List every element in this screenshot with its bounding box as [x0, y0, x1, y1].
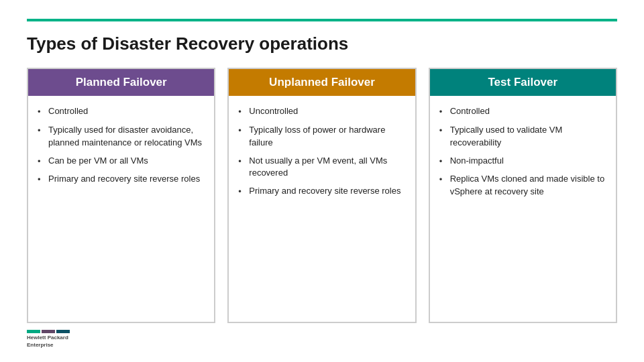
card-unplanned: Unplanned Failover•Uncontrolled•Typicall…: [227, 68, 416, 323]
footer: Hewlett Packard Enterprise: [27, 330, 617, 349]
bullet-text-planned-2: Can be per VM or all VMs: [48, 155, 148, 168]
hpe-logo-text: Hewlett Packard Enterprise: [27, 335, 70, 349]
bullet-text-test-3: Replica VMs cloned and made visible to v…: [450, 173, 606, 198]
bullet-text-planned-0: Controlled: [48, 105, 88, 118]
bullet-dot-test-2: •: [439, 156, 446, 168]
bullet-text-unplanned-2: Not usually a per VM event, all VMs reco…: [249, 155, 405, 180]
bullet-planned-3: •Primary and recovery site reverse roles: [38, 173, 205, 186]
card-body-test: •Controlled•Typically used to validate V…: [430, 96, 616, 322]
card-header-test: Test Failover: [430, 69, 616, 96]
hpe-logo: Hewlett Packard Enterprise: [27, 330, 70, 349]
hpe-bar-green: [27, 330, 40, 333]
bullet-dot-unplanned-2: •: [238, 156, 245, 168]
card-test: Test Failover•Controlled•Typically used …: [429, 68, 617, 323]
bullet-unplanned-1: •Typically loss of power or hardware fai…: [238, 124, 405, 149]
bullet-dot-unplanned-0: •: [238, 106, 245, 119]
bullet-text-unplanned-0: Uncontrolled: [249, 105, 298, 118]
page-title: Types of Disaster Recovery operations: [27, 34, 617, 54]
bullet-test-0: •Controlled: [439, 105, 606, 119]
hpe-bar-blue: [56, 330, 70, 333]
bullet-text-test-1: Typically used to validate VM recoverabi…: [450, 124, 606, 149]
bullet-planned-0: •Controlled: [38, 105, 205, 119]
bullet-text-unplanned-1: Typically loss of power or hardware fail…: [249, 124, 405, 149]
hpe-bar-row: [27, 330, 70, 333]
bullet-text-test-2: Non-impactful: [450, 155, 504, 168]
card-header-planned: Planned Failover: [28, 69, 214, 96]
page: Types of Disaster Recovery operations Pl…: [0, 0, 644, 362]
bullet-text-planned-1: Typically used for disaster avoidance, p…: [48, 124, 205, 149]
bullet-test-3: •Replica VMs cloned and made visible to …: [439, 173, 606, 198]
bullet-dot-planned-3: •: [38, 174, 44, 186]
bullet-dot-test-3: •: [439, 174, 446, 186]
hpe-bar-purple: [42, 330, 55, 333]
bullet-planned-2: •Can be per VM or all VMs: [38, 155, 205, 168]
bullet-test-2: •Non-impactful: [439, 155, 606, 168]
bullet-dot-test-0: •: [439, 106, 446, 119]
bullet-dot-test-1: •: [439, 125, 446, 137]
bullet-dot-planned-0: •: [38, 106, 44, 119]
bullet-dot-planned-2: •: [38, 156, 44, 168]
card-body-planned: •Controlled•Typically used for disaster …: [28, 96, 214, 322]
bullet-text-test-0: Controlled: [450, 105, 490, 118]
cards-row: Planned Failover•Controlled•Typically us…: [27, 68, 617, 323]
bullet-unplanned-0: •Uncontrolled: [238, 105, 405, 119]
bullet-dot-unplanned-3: •: [238, 186, 245, 198]
card-planned: Planned Failover•Controlled•Typically us…: [27, 68, 215, 323]
bullet-unplanned-3: •Primary and recovery site reverse roles: [238, 185, 405, 198]
card-header-unplanned: Unplanned Failover: [229, 69, 415, 96]
bullet-dot-planned-1: •: [38, 125, 44, 137]
top-bar: [27, 19, 617, 21]
bullet-text-planned-3: Primary and recovery site reverse roles: [48, 173, 200, 186]
bullet-text-unplanned-3: Primary and recovery site reverse roles: [249, 185, 400, 198]
bullet-unplanned-2: •Not usually a per VM event, all VMs rec…: [238, 155, 405, 180]
card-body-unplanned: •Uncontrolled•Typically loss of power or…: [229, 96, 415, 322]
bullet-test-1: •Typically used to validate VM recoverab…: [439, 124, 606, 149]
bullet-dot-unplanned-1: •: [238, 125, 245, 137]
bullet-planned-1: •Typically used for disaster avoidance, …: [38, 124, 205, 149]
